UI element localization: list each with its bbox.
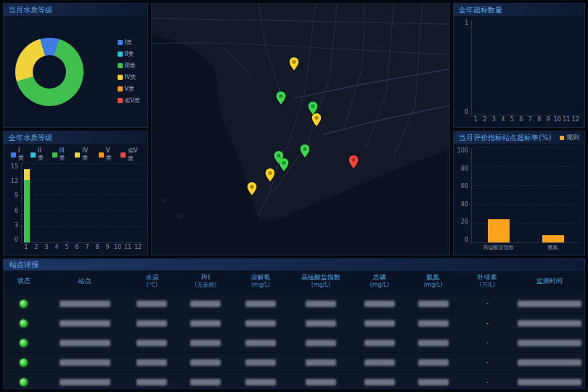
exceed-rate-yaxis: 100806040200 [458,148,471,243]
exceed-bar-slot [562,20,571,115]
station-map[interactable] [151,3,450,256]
status-indicator-normal [20,300,28,308]
year-bar-slot [133,164,143,242]
legend-item[interactable]: II类 [30,147,46,162]
exceed-bar-slot [535,20,544,115]
legend-item[interactable]: V类 [118,85,140,93]
table-row[interactable]: - [4,372,584,388]
value-cell [126,320,179,327]
legend-item[interactable]: 劣V类 [121,147,143,163]
month-quality-legend: I类II类III类IV类V类劣V类 [118,38,140,105]
redacted-value [60,340,110,346]
exceed-rate-xaxis: 高锰酸盐指数氨氮 [471,243,580,252]
station-pin[interactable] [279,158,288,171]
column-name: 叶绿素 [478,274,497,282]
value-cell [232,301,289,307]
legend-item[interactable]: I类 [118,38,140,46]
exceed-count-chart[interactable]: 10 123456789101112 [458,20,580,124]
station-pin[interactable] [349,155,359,168]
y-tick-label: 40 [461,202,468,208]
redacted-value [518,340,581,346]
column-header-3: PH(无量纲) [179,274,232,289]
month-quality-panel: 当月水质等级 I类II类III类IV类V类劣V类 [3,3,148,128]
chlorophyll-cell: - [460,378,515,385]
station-pin[interactable] [248,182,257,195]
legend-swatch [52,152,57,158]
legend-item[interactable]: II类 [118,50,140,58]
redacted-value [245,301,276,307]
column-header-1: 站点 [44,277,126,285]
value-cell [289,379,353,385]
redacted-value [306,301,336,307]
bar-stack [95,164,101,242]
legend-item[interactable]: IV类 [118,73,140,81]
exceed-bar-slot [526,20,535,115]
year-quality-yaxis: 15129630 [8,164,21,243]
exceed-bar-slot [517,20,526,115]
table-row[interactable]: - [4,314,584,332]
column-name: 高锰酸盐指数 [301,274,340,282]
legend-item[interactable]: IV类 [75,147,94,162]
rate-bar-slot [472,148,526,242]
year-bar-slot [83,164,93,242]
redacted-value [136,320,167,327]
redacted-value [245,340,276,346]
bar-stack [34,164,40,242]
year-quality-legend: I类II类III类IV类V类劣V类 [8,147,143,163]
bar-stack [135,164,141,242]
column-header-8: 叶绿素(万/L) [460,274,515,289]
station-pin[interactable] [311,113,321,126]
year-quality-panel: 全年水质等级 I类II类III类IV类V类劣V类 15129630 123456… [3,131,148,256]
station-pin[interactable] [289,57,298,70]
month-quality-donut-chart[interactable] [15,38,83,106]
x-tick-label: 3 [41,243,52,252]
x-tick-label: 2 [481,115,490,124]
x-tick-label: 7 [526,115,535,124]
year-bar-slot [62,164,73,242]
status-cell [4,339,44,347]
table-row[interactable]: - [4,333,584,352]
legend-item[interactable]: I类 [11,147,25,162]
rule-legend-toggle[interactable]: 规则 [560,133,579,142]
table-row[interactable]: - [4,353,584,372]
legend-item[interactable]: 劣V类 [118,97,140,105]
x-tick-label: 10 [553,115,563,124]
station-pin[interactable] [265,168,274,181]
exceed-bar-slot [481,20,489,115]
value-cell [126,379,179,385]
bar-segment [24,180,30,242]
x-tick-label: 11 [123,243,133,252]
legend-item[interactable]: V类 [99,147,115,162]
year-bar-slot [52,164,62,242]
redacted-value [190,359,221,366]
legend-label: IV类 [125,73,136,81]
x-tick-label: 7 [82,243,92,252]
table-row[interactable]: - [4,294,584,313]
year-quality-title: 全年水质等级 [9,133,52,143]
year-bar-slot [92,164,102,242]
redacted-value [190,301,221,307]
y-tick-label: 80 [461,166,468,172]
station-pin[interactable] [276,91,285,105]
redacted-value [418,301,449,307]
x-tick-label: 8 [535,115,544,124]
legend-item[interactable]: III类 [52,147,70,162]
exceed-count-header: 全年超标数量 [454,4,584,16]
redacted-value [418,340,449,346]
exceed-rate-chart[interactable]: 100806040200 高锰酸盐指数氨氮 [458,148,580,252]
x-tick-label: 3 [489,115,499,124]
y-tick-label: 3 [15,223,18,229]
column-name: 站点 [78,277,91,285]
station-pin[interactable] [300,144,309,158]
x-tick-label: 2 [31,243,41,252]
rule-legend-swatch [560,136,564,140]
redacted-value [136,359,167,366]
column-unit: (无量纲) [195,282,216,289]
chlorophyll-cell: - [460,359,515,366]
year-quality-chart[interactable]: 15129630 123456789101112 [8,164,143,252]
legend-item[interactable]: III类 [118,62,140,70]
legend-swatch [75,152,80,158]
status-cell [4,319,44,327]
column-unit: (mg/L) [370,282,389,289]
redacted-value [60,301,110,307]
